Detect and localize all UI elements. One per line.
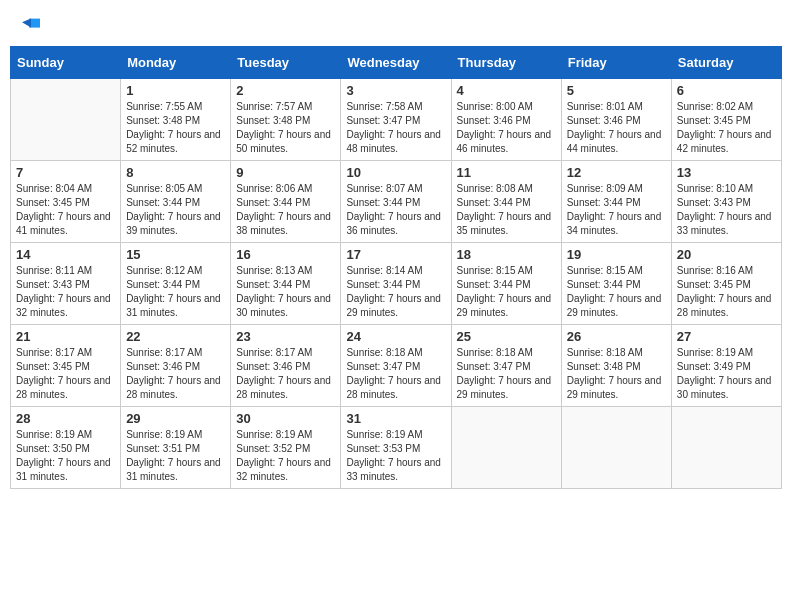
day-info: Sunrise: 8:19 AMSunset: 3:51 PMDaylight:… xyxy=(126,428,225,484)
calendar-week-row: 1Sunrise: 7:55 AMSunset: 3:48 PMDaylight… xyxy=(11,79,782,161)
calendar-week-row: 7Sunrise: 8:04 AMSunset: 3:45 PMDaylight… xyxy=(11,161,782,243)
day-info: Sunrise: 7:55 AMSunset: 3:48 PMDaylight:… xyxy=(126,100,225,156)
day-info: Sunrise: 8:04 AMSunset: 3:45 PMDaylight:… xyxy=(16,182,115,238)
day-info: Sunrise: 8:08 AMSunset: 3:44 PMDaylight:… xyxy=(457,182,556,238)
day-info: Sunrise: 8:17 AMSunset: 3:45 PMDaylight:… xyxy=(16,346,115,402)
calendar-cell: 20Sunrise: 8:16 AMSunset: 3:45 PMDayligh… xyxy=(671,243,781,325)
day-number: 28 xyxy=(16,411,115,426)
calendar-week-row: 14Sunrise: 8:11 AMSunset: 3:43 PMDayligh… xyxy=(11,243,782,325)
calendar-cell: 15Sunrise: 8:12 AMSunset: 3:44 PMDayligh… xyxy=(121,243,231,325)
day-info: Sunrise: 8:11 AMSunset: 3:43 PMDaylight:… xyxy=(16,264,115,320)
logo xyxy=(20,15,40,33)
day-number: 13 xyxy=(677,165,776,180)
day-number: 21 xyxy=(16,329,115,344)
day-number: 30 xyxy=(236,411,335,426)
calendar-cell: 8Sunrise: 8:05 AMSunset: 3:44 PMDaylight… xyxy=(121,161,231,243)
day-number: 9 xyxy=(236,165,335,180)
weekday-header-wednesday: Wednesday xyxy=(341,47,451,79)
weekday-header-saturday: Saturday xyxy=(671,47,781,79)
day-number: 18 xyxy=(457,247,556,262)
calendar-cell: 7Sunrise: 8:04 AMSunset: 3:45 PMDaylight… xyxy=(11,161,121,243)
calendar-cell: 30Sunrise: 8:19 AMSunset: 3:52 PMDayligh… xyxy=(231,407,341,489)
day-info: Sunrise: 8:05 AMSunset: 3:44 PMDaylight:… xyxy=(126,182,225,238)
day-info: Sunrise: 8:01 AMSunset: 3:46 PMDaylight:… xyxy=(567,100,666,156)
day-number: 2 xyxy=(236,83,335,98)
day-number: 7 xyxy=(16,165,115,180)
day-info: Sunrise: 7:58 AMSunset: 3:47 PMDaylight:… xyxy=(346,100,445,156)
day-info: Sunrise: 8:19 AMSunset: 3:50 PMDaylight:… xyxy=(16,428,115,484)
calendar-cell: 12Sunrise: 8:09 AMSunset: 3:44 PMDayligh… xyxy=(561,161,671,243)
logo-icon xyxy=(22,15,40,33)
day-number: 20 xyxy=(677,247,776,262)
svg-marker-1 xyxy=(22,19,31,28)
page-header xyxy=(10,10,782,38)
calendar-cell: 28Sunrise: 8:19 AMSunset: 3:50 PMDayligh… xyxy=(11,407,121,489)
day-number: 29 xyxy=(126,411,225,426)
day-number: 23 xyxy=(236,329,335,344)
day-number: 27 xyxy=(677,329,776,344)
calendar-week-row: 21Sunrise: 8:17 AMSunset: 3:45 PMDayligh… xyxy=(11,325,782,407)
day-number: 17 xyxy=(346,247,445,262)
weekday-header-friday: Friday xyxy=(561,47,671,79)
day-number: 5 xyxy=(567,83,666,98)
calendar-cell: 16Sunrise: 8:13 AMSunset: 3:44 PMDayligh… xyxy=(231,243,341,325)
day-number: 16 xyxy=(236,247,335,262)
day-info: Sunrise: 8:18 AMSunset: 3:48 PMDaylight:… xyxy=(567,346,666,402)
day-info: Sunrise: 8:15 AMSunset: 3:44 PMDaylight:… xyxy=(457,264,556,320)
calendar-cell: 2Sunrise: 7:57 AMSunset: 3:48 PMDaylight… xyxy=(231,79,341,161)
day-info: Sunrise: 8:10 AMSunset: 3:43 PMDaylight:… xyxy=(677,182,776,238)
calendar-cell: 4Sunrise: 8:00 AMSunset: 3:46 PMDaylight… xyxy=(451,79,561,161)
calendar-cell: 25Sunrise: 8:18 AMSunset: 3:47 PMDayligh… xyxy=(451,325,561,407)
calendar-cell: 27Sunrise: 8:19 AMSunset: 3:49 PMDayligh… xyxy=(671,325,781,407)
day-info: Sunrise: 8:13 AMSunset: 3:44 PMDaylight:… xyxy=(236,264,335,320)
calendar-cell: 11Sunrise: 8:08 AMSunset: 3:44 PMDayligh… xyxy=(451,161,561,243)
calendar-cell: 29Sunrise: 8:19 AMSunset: 3:51 PMDayligh… xyxy=(121,407,231,489)
calendar-cell: 19Sunrise: 8:15 AMSunset: 3:44 PMDayligh… xyxy=(561,243,671,325)
day-number: 4 xyxy=(457,83,556,98)
calendar-week-row: 28Sunrise: 8:19 AMSunset: 3:50 PMDayligh… xyxy=(11,407,782,489)
day-number: 1 xyxy=(126,83,225,98)
calendar-cell: 10Sunrise: 8:07 AMSunset: 3:44 PMDayligh… xyxy=(341,161,451,243)
day-number: 24 xyxy=(346,329,445,344)
calendar-cell xyxy=(11,79,121,161)
day-number: 19 xyxy=(567,247,666,262)
day-info: Sunrise: 8:18 AMSunset: 3:47 PMDaylight:… xyxy=(457,346,556,402)
calendar-cell: 1Sunrise: 7:55 AMSunset: 3:48 PMDaylight… xyxy=(121,79,231,161)
day-number: 15 xyxy=(126,247,225,262)
calendar-cell: 14Sunrise: 8:11 AMSunset: 3:43 PMDayligh… xyxy=(11,243,121,325)
calendar-cell: 18Sunrise: 8:15 AMSunset: 3:44 PMDayligh… xyxy=(451,243,561,325)
calendar-cell: 3Sunrise: 7:58 AMSunset: 3:47 PMDaylight… xyxy=(341,79,451,161)
day-info: Sunrise: 8:12 AMSunset: 3:44 PMDaylight:… xyxy=(126,264,225,320)
calendar-cell: 9Sunrise: 8:06 AMSunset: 3:44 PMDaylight… xyxy=(231,161,341,243)
day-number: 8 xyxy=(126,165,225,180)
day-info: Sunrise: 8:14 AMSunset: 3:44 PMDaylight:… xyxy=(346,264,445,320)
calendar-cell xyxy=(671,407,781,489)
day-info: Sunrise: 8:17 AMSunset: 3:46 PMDaylight:… xyxy=(126,346,225,402)
day-info: Sunrise: 8:19 AMSunset: 3:53 PMDaylight:… xyxy=(346,428,445,484)
calendar-cell: 26Sunrise: 8:18 AMSunset: 3:48 PMDayligh… xyxy=(561,325,671,407)
day-number: 31 xyxy=(346,411,445,426)
day-number: 3 xyxy=(346,83,445,98)
day-info: Sunrise: 8:19 AMSunset: 3:49 PMDaylight:… xyxy=(677,346,776,402)
day-number: 22 xyxy=(126,329,225,344)
day-number: 25 xyxy=(457,329,556,344)
day-number: 12 xyxy=(567,165,666,180)
calendar-cell: 22Sunrise: 8:17 AMSunset: 3:46 PMDayligh… xyxy=(121,325,231,407)
calendar-table: SundayMondayTuesdayWednesdayThursdayFrid… xyxy=(10,46,782,489)
weekday-header-monday: Monday xyxy=(121,47,231,79)
weekday-header-row: SundayMondayTuesdayWednesdayThursdayFrid… xyxy=(11,47,782,79)
day-info: Sunrise: 8:06 AMSunset: 3:44 PMDaylight:… xyxy=(236,182,335,238)
day-info: Sunrise: 8:15 AMSunset: 3:44 PMDaylight:… xyxy=(567,264,666,320)
calendar-cell: 24Sunrise: 8:18 AMSunset: 3:47 PMDayligh… xyxy=(341,325,451,407)
calendar-cell: 21Sunrise: 8:17 AMSunset: 3:45 PMDayligh… xyxy=(11,325,121,407)
calendar-cell: 23Sunrise: 8:17 AMSunset: 3:46 PMDayligh… xyxy=(231,325,341,407)
weekday-header-sunday: Sunday xyxy=(11,47,121,79)
weekday-header-thursday: Thursday xyxy=(451,47,561,79)
day-info: Sunrise: 8:09 AMSunset: 3:44 PMDaylight:… xyxy=(567,182,666,238)
calendar-cell: 5Sunrise: 8:01 AMSunset: 3:46 PMDaylight… xyxy=(561,79,671,161)
day-number: 6 xyxy=(677,83,776,98)
day-info: Sunrise: 8:18 AMSunset: 3:47 PMDaylight:… xyxy=(346,346,445,402)
calendar-cell: 13Sunrise: 8:10 AMSunset: 3:43 PMDayligh… xyxy=(671,161,781,243)
calendar-cell: 31Sunrise: 8:19 AMSunset: 3:53 PMDayligh… xyxy=(341,407,451,489)
calendar-cell xyxy=(451,407,561,489)
